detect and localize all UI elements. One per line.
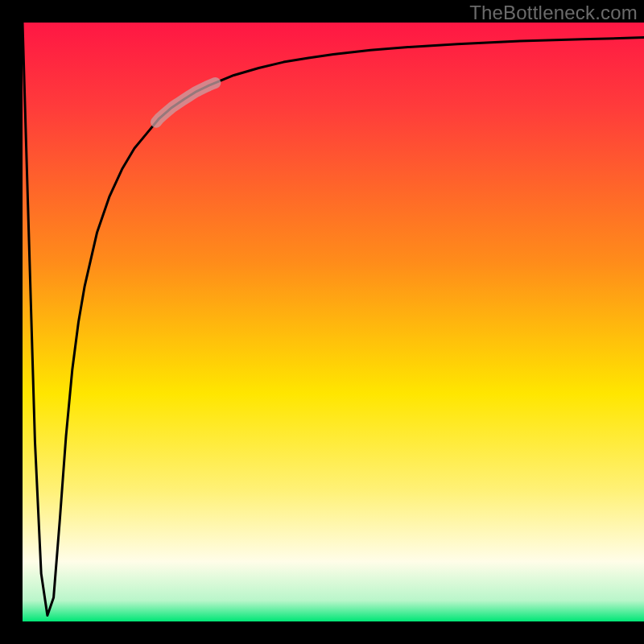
bottleneck-chart bbox=[0, 0, 644, 644]
gradient-plot-area bbox=[23, 23, 644, 621]
chart-container: TheBottleneck.com bbox=[0, 0, 644, 644]
watermark-text: TheBottleneck.com bbox=[469, 2, 638, 24]
